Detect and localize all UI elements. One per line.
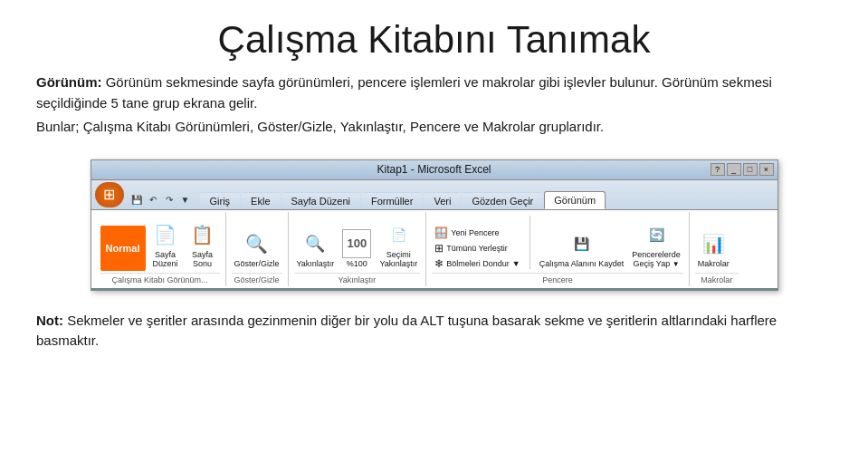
window-group-label: Pencere [432, 273, 683, 284]
p1-text: Görünüm sekmesinde sayfa görünümleri, pe… [36, 74, 772, 111]
office-button[interactable]: ⊞ [95, 182, 124, 207]
note-text: Not: Sekmeler ve şeritler arasında gezin… [36, 311, 832, 352]
show-hide-icon: 🔍 [243, 229, 272, 258]
zoom100-label: %100 [347, 260, 367, 269]
tabs-row: ⊞ 💾 ↶ ↷ ▼ Giriş Ekle Sayfa Düzeni Formül… [91, 180, 777, 210]
page-title: Çalışma Kitabını Tanımak [36, 18, 832, 62]
help-btn[interactable]: ? [711, 163, 725, 176]
macros-items: 📊 Makrolar [695, 214, 732, 273]
zoom100-button[interactable]: 100 %100 [339, 227, 374, 271]
excel-window: Kitap1 - Microsoft Excel ? _ □ × ⊞ 💾 ↶ ↷… [91, 159, 778, 291]
show-hide-group: 🔍 Göster/Gizle Göster/Gizle [226, 212, 289, 286]
new-window-icon: 🪟 [434, 226, 448, 239]
macros-group: 📊 Makrolar Makrolar [690, 212, 744, 286]
description-p2: Bunlar; Çalışma Kitabı Görünümleri, Göst… [36, 117, 832, 138]
zoom-icon: 🔍 [300, 229, 329, 258]
window-left-col: 🪟 Yeni Pencere ⊞ Tümünü Yerleştir ❄ Bölm… [432, 226, 522, 271]
freeze-label: Bölmeleri Dondur [446, 259, 510, 268]
new-window-label: Yeni Pencere [451, 228, 499, 237]
close-btn[interactable]: × [759, 163, 774, 176]
description-p1: Pencere Görünüm: Görünüm sekmesinde sayf… [36, 72, 832, 113]
page-break-icon: 📋 [188, 220, 217, 249]
arrange-label: Tümünü Yerleştir [446, 244, 508, 253]
selection-zoom-icon: 📄 [384, 220, 413, 249]
page-layout-icon: 📄 [151, 220, 180, 249]
freeze-button[interactable]: ❄ Bölmeleri Dondur ▼ [432, 256, 522, 271]
page-layout-button[interactable]: 📄 SayfaDüzeni [148, 218, 183, 271]
tab-gozden-gecir[interactable]: Gözden Geçir [462, 192, 543, 209]
gorunum-bold: Görünüm: [36, 74, 102, 90]
main-content: Çalışma Kitabını Tanımak Pencere Görünüm… [0, 0, 868, 150]
zoom-button[interactable]: 🔍 Yakınlaştır [294, 227, 338, 271]
tab-gorunum[interactable]: Görünüm [544, 191, 606, 209]
show-hide-button[interactable]: 🔍 Göster/Gizle [232, 227, 282, 271]
save-area-button[interactable]: 💾 Çalışma Alanını Kaydet [537, 227, 627, 271]
arrange-icon: ⊞ [434, 242, 444, 255]
macros-icon: 📊 [699, 229, 728, 258]
quick-access-toolbar: 💾 ↶ ↷ ▼ [129, 193, 193, 207]
page-break-preview-button[interactable]: 📋 SayfaSonu [186, 218, 220, 271]
minimize-btn[interactable]: _ [727, 163, 741, 176]
new-window-button[interactable]: 🪟 Yeni Pencere [432, 226, 522, 240]
save-area-label: Çalışma Alanını Kaydet [539, 260, 625, 269]
window-divider [529, 216, 530, 269]
zoom-group: 🔍 Yakınlaştır 100 %100 📄 SeçimiYakınlaşt… [289, 212, 427, 286]
undo-qa-btn[interactable]: ↶ [146, 193, 160, 207]
page-layout-label: SayfaDüzeni [152, 251, 177, 269]
tab-ekle[interactable]: Ekle [241, 192, 280, 209]
show-hide-items: 🔍 Göster/Gizle [232, 214, 282, 273]
workbook-views-items: Normal 📄 SayfaDüzeni 📋 SayfaSonu [100, 214, 220, 273]
macros-group-label: Makrolar [695, 273, 739, 284]
maximize-btn[interactable]: □ [743, 163, 758, 176]
title-bar: Kitap1 - Microsoft Excel ? _ □ × [91, 160, 777, 180]
ribbon: Normal 📄 SayfaDüzeni 📋 SayfaSonu Çalışma… [91, 210, 777, 290]
freeze-dropdown-icon[interactable]: ▼ [512, 259, 520, 268]
save-area-icon: 💾 [567, 229, 596, 258]
show-hide-label: Göster/Gizle [234, 260, 280, 269]
tab-giris[interactable]: Giriş [200, 192, 241, 209]
macros-label: Makrolar [698, 260, 730, 269]
note-section: Not: Sekmeler ve şeritler arasında gezin… [0, 300, 868, 352]
tab-formuller[interactable]: Formüller [361, 192, 423, 209]
window-group: 🪟 Yeni Pencere ⊞ Tümünü Yerleştir ❄ Bölm… [426, 212, 690, 286]
zoom-group-label: Yakınlaştır [294, 273, 421, 284]
note-bold: Not: [36, 313, 63, 328]
note-body: Sekmeler ve şeritler arasında gezinmenin… [36, 313, 777, 349]
macros-button[interactable]: 📊 Makrolar [695, 227, 732, 271]
page-break-label: SayfaSonu [192, 251, 213, 269]
save-qa-btn[interactable]: 💾 [129, 193, 144, 207]
zoom-label: Yakınlaştır [297, 260, 335, 269]
tab-veri[interactable]: Veri [424, 192, 461, 209]
selection-zoom-label: SeçimiYakınlaştır [379, 251, 417, 269]
tab-sayfa-duzeni[interactable]: Sayfa Düzeni [281, 192, 360, 209]
window-items: 🪟 Yeni Pencere ⊞ Tümünü Yerleştir ❄ Bölm… [432, 214, 683, 273]
show-hide-group-label: Göster/Gizle [232, 273, 282, 284]
customize-qa-btn[interactable]: ▼ [178, 193, 193, 207]
switch-icon: 🔄 [642, 220, 671, 249]
workbook-views-group: Normal 📄 SayfaDüzeni 📋 SayfaSonu Çalışma… [95, 212, 226, 286]
normal-view-button[interactable]: Normal [100, 226, 146, 271]
arrange-all-button[interactable]: ⊞ Tümünü Yerleştir [432, 241, 522, 255]
zoom-items: 🔍 Yakınlaştır 100 %100 📄 SeçimiYakınlaşt… [294, 214, 421, 273]
freeze-icon: ❄ [434, 257, 444, 270]
switch-windows-button[interactable]: 🔄 PencerelerdeGeçiş Yap ▼ [629, 218, 683, 271]
workbook-views-label: Çalışma Kitabı Görünüm... [100, 273, 220, 284]
switch-label: PencerelerdeGeçiş Yap ▼ [632, 251, 681, 269]
selection-zoom-button[interactable]: 📄 SeçimiYakınlaştır [377, 218, 420, 271]
redo-qa-btn[interactable]: ↷ [162, 193, 176, 207]
zoom100-icon: 100 [342, 229, 371, 258]
title-bar-controls: ? _ □ × [711, 163, 774, 176]
title-bar-text: Kitap1 - Microsoft Excel [377, 163, 491, 176]
